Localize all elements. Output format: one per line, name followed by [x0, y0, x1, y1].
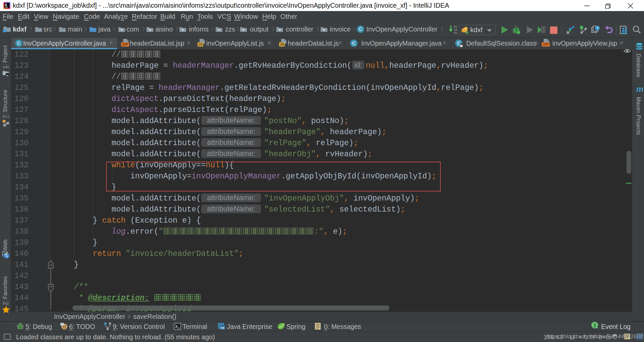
svg-text:5: 5 — [593, 323, 596, 328]
svg-text:JS: JS — [280, 43, 284, 46]
svg-text:C: C — [352, 40, 356, 46]
svg-text:JSP: JSP — [543, 43, 549, 46]
svg-text:EE: EE — [220, 326, 224, 330]
svg-text:JSP: JSP — [122, 43, 128, 46]
svg-text:C: C — [17, 40, 21, 46]
svg-text:C: C — [359, 26, 363, 32]
svg-text:01: 01 — [454, 32, 457, 35]
svg-text:JS: JS — [198, 43, 203, 46]
